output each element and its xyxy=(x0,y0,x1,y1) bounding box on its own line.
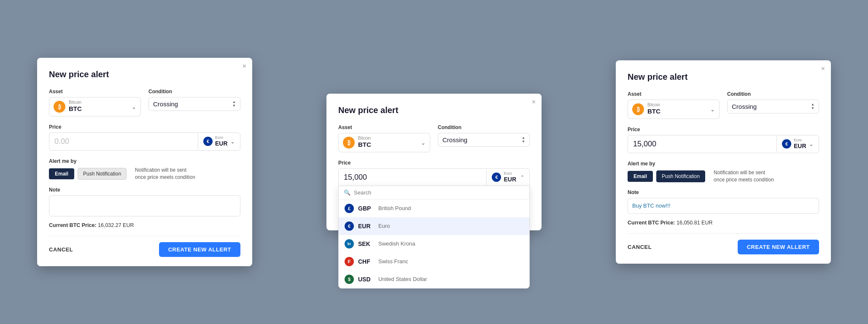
currency-chevron-up-2: ⌃ xyxy=(520,175,524,180)
form-row-top-1: Asset ₿ Bitcoin BTC ⌄ Condition Crossing xyxy=(49,89,240,116)
condition-group-3: Condition Crossing ▲ ▼ xyxy=(727,91,819,119)
push-button-3[interactable]: Push Notification xyxy=(656,170,705,182)
modal-title-1: New price alert xyxy=(49,70,240,79)
dropdown-item-eur[interactable]: € EUR Euro xyxy=(339,217,529,235)
asset-select-3[interactable]: ₿ Bitcoin BTC ⌄ xyxy=(628,100,720,119)
currency-select-2[interactable]: € Euro EUR ⌃ xyxy=(486,169,529,186)
asset-group-1: Asset ₿ Bitcoin BTC ⌄ xyxy=(49,89,141,116)
price-input-1[interactable] xyxy=(49,133,198,150)
asset-select-1[interactable]: ₿ Bitcoin BTC ⌄ xyxy=(49,97,141,116)
currency-select-3[interactable]: € Euro EUR ⌄ xyxy=(776,136,819,152)
currency-chevron-1: ⌄ xyxy=(230,138,235,145)
asset-chevron-2: ⌄ xyxy=(421,140,426,146)
condition-label-2: Condition xyxy=(438,124,530,130)
asset-name-big-2: BTC xyxy=(358,140,418,149)
condition-chevrons-1: ▲ ▼ xyxy=(232,100,236,108)
note-input-3[interactable] xyxy=(628,198,819,214)
currency-select-1[interactable]: € Euro EUR ⌄ xyxy=(198,133,240,150)
gbp-name: British Pound xyxy=(378,205,411,211)
sek-name: Swedish Krona xyxy=(378,240,415,247)
email-button-1[interactable]: Email xyxy=(49,168,74,179)
asset-select-2[interactable]: ₿ Bitcoin BTC ⌄ xyxy=(338,133,430,152)
condition-label-1: Condition xyxy=(148,89,240,94)
create-button-1[interactable]: CREATE NEW ALLERT xyxy=(159,242,240,257)
price-label-3: Price xyxy=(628,127,819,132)
currency-big-2: EUR xyxy=(504,176,516,183)
chf-icon: F xyxy=(345,257,354,266)
alert-buttons-3: Email Push Notification Notification wil… xyxy=(628,169,819,184)
condition-select-3[interactable]: Crossing ▲ ▼ xyxy=(727,100,819,113)
condition-select-2[interactable]: Crossing ▲ ▼ xyxy=(438,133,530,147)
euro-icon-3: € xyxy=(782,139,791,148)
sek-icon: kr xyxy=(345,239,354,248)
cancel-button-3[interactable]: CANCEL xyxy=(628,244,652,250)
btc-icon-1: ₿ xyxy=(54,101,65,113)
currency-big-3: EUR xyxy=(794,142,806,150)
asset-group-3: Asset ₿ Bitcoin BTC ⌄ xyxy=(628,91,720,119)
chf-code: CHF xyxy=(358,258,374,265)
condition-select-1[interactable]: Crossing ▲ ▼ xyxy=(148,97,240,111)
dropdown-search-input-2[interactable] xyxy=(354,189,524,196)
price-row-1: Price € Euro EUR ⌄ xyxy=(49,124,240,151)
dropdown-search-row-2: 🔍 xyxy=(339,186,529,200)
dropdown-item-chf[interactable]: F CHF Swiss Franc xyxy=(339,253,529,270)
dropdown-item-gbp[interactable]: £ GBP British Pound xyxy=(339,200,529,217)
btc-icon-3: ₿ xyxy=(632,103,644,115)
gbp-icon: £ xyxy=(345,204,354,213)
condition-group-1: Condition Crossing ▲ ▼ xyxy=(148,89,240,116)
price-row-3: Price € Euro EUR ⌄ xyxy=(628,127,819,153)
modal-title-2: New price alert xyxy=(338,105,530,115)
dropdown-item-usd[interactable]: $ USD United States Dollar xyxy=(339,270,529,288)
form-row-top-3: Asset ₿ Bitcoin BTC ⌄ Condition Crossing xyxy=(628,91,819,119)
asset-label-2: Asset xyxy=(338,124,430,130)
create-button-3[interactable]: CREATE NEW ALLERT xyxy=(738,240,819,254)
close-button-1[interactable]: × xyxy=(243,63,246,70)
asset-info-1: Bitcoin BTC xyxy=(69,100,128,113)
current-price-1: Current BTC Price: 16,032.27 EUR xyxy=(49,222,240,228)
condition-group-2: Condition Crossing ▲ ▼ xyxy=(438,124,530,152)
form-row-top-2: Asset ₿ Bitcoin BTC ⌄ Condition Crossing xyxy=(338,124,530,152)
cancel-button-1[interactable]: CANCEL xyxy=(49,246,73,253)
condition-text-3: Crossing xyxy=(732,103,757,110)
asset-info-3: Bitcoin BTC xyxy=(647,103,707,116)
notification-text-3: Notification will be sentonce price meet… xyxy=(714,169,774,184)
asset-name-small-3: Bitcoin xyxy=(647,103,707,107)
modal-title-3: New price alert xyxy=(628,72,819,82)
note-input-1[interactable] xyxy=(49,195,240,216)
currency-chevron-3: ⌄ xyxy=(809,141,814,147)
close-button-3[interactable]: × xyxy=(821,65,825,72)
usd-code: USD xyxy=(358,276,374,283)
currency-small-1: Euro xyxy=(215,136,228,140)
condition-chevrons-2: ▲ ▼ xyxy=(522,136,525,143)
usd-name: United States Dollar xyxy=(378,276,427,282)
dropdown-item-sek[interactable]: kr SEK Swedish Krona xyxy=(339,235,529,253)
panel-3: × New price alert Asset ₿ Bitcoin BTC ⌄ xyxy=(579,0,868,324)
push-button-1[interactable]: Push Notification xyxy=(78,168,127,180)
price-label-1: Price xyxy=(49,124,240,130)
gbp-code: GBP xyxy=(358,205,374,212)
price-input-wrap-3: € Euro EUR ⌄ xyxy=(628,135,819,153)
price-input-wrap-1: € Euro EUR ⌄ xyxy=(49,132,240,151)
note-label-1: Note xyxy=(49,187,240,193)
currency-info-1: Euro EUR xyxy=(215,136,228,147)
currency-big-1: EUR xyxy=(215,140,228,147)
asset-chevron-1: ⌄ xyxy=(132,104,136,110)
modal-1: × New price alert Asset ₿ Bitcoin BTC ⌄ xyxy=(37,58,252,266)
asset-info-2: Bitcoin BTC xyxy=(358,136,418,149)
alert-row-1: Alert me by Email Push Notification Noti… xyxy=(49,158,240,181)
currency-small-3: Euro xyxy=(794,138,806,142)
asset-name-big-1: BTC xyxy=(69,105,128,113)
condition-chevrons-3: ▲ ▼ xyxy=(811,103,814,110)
price-input-2[interactable] xyxy=(339,169,486,186)
price-row-2: Price € Euro EUR ⌃ 🔍 xyxy=(338,160,530,186)
asset-name-small-1: Bitcoin xyxy=(69,100,128,105)
price-input-3[interactable] xyxy=(628,135,776,153)
email-button-3[interactable]: Email xyxy=(628,171,653,182)
currency-small-2: Euro xyxy=(504,172,516,176)
panel-2: × New price alert Asset ₿ Bitcoin BTC ⌄ xyxy=(289,0,579,324)
asset-label-1: Asset xyxy=(49,89,141,94)
note-row-1: Note xyxy=(49,187,240,216)
asset-name-small-2: Bitcoin xyxy=(358,136,418,140)
close-button-2[interactable]: × xyxy=(532,99,536,105)
price-label-2: Price xyxy=(338,160,530,166)
